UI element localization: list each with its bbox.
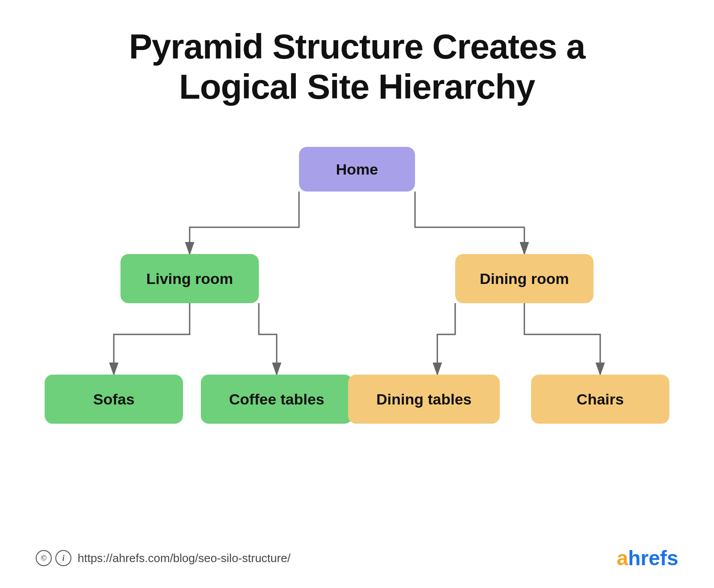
- footer-url: https://ahrefs.com/blog/seo-silo-structu…: [78, 551, 291, 565]
- node-sofas: Sofas: [45, 375, 183, 424]
- ahrefs-logo: ahrefs: [617, 546, 678, 570]
- page-title: Pyramid Structure Creates a Logical Site…: [0, 0, 714, 125]
- node-dining-room: Dining room: [455, 254, 594, 303]
- footer-attribution: © i https://ahrefs.com/blog/seo-silo-str…: [36, 550, 291, 566]
- info-icon: i: [55, 550, 71, 566]
- creative-commons-icon: ©: [36, 550, 52, 566]
- node-home: Home: [299, 147, 415, 192]
- footer: © i https://ahrefs.com/blog/seo-silo-str…: [0, 546, 714, 570]
- node-living-room: Living room: [120, 254, 259, 303]
- node-coffee-tables: Coffee tables: [201, 375, 353, 424]
- diagram-area: Home Living room Dining room Sofas Coffe…: [0, 125, 714, 526]
- node-dining-tables: Dining tables: [348, 375, 500, 424]
- node-chairs: Chairs: [531, 375, 669, 424]
- license-icons: © i: [36, 550, 71, 566]
